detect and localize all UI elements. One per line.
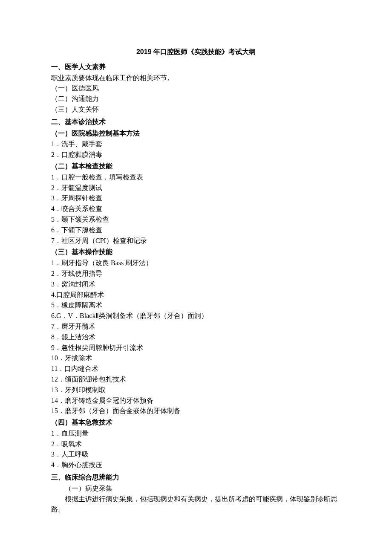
section-2-sub3-item: 15．磨牙邻（牙合）面合金嵌体的牙体制备 — [51, 406, 341, 416]
section-2-sub2-item: 6．下颌下腺检查 — [51, 225, 341, 236]
section-1-item: （二）沟通能力 — [51, 94, 341, 104]
section-2-sub3-item: 9．急性根尖周脓肿切开引流术 — [51, 343, 341, 353]
section-2-sub2-item: 5．颞下颌关系检查 — [51, 214, 341, 225]
section-3-heading: 三、临床综合思辨能力 — [51, 472, 341, 483]
section-1-heading: 一、医学人文素养 — [51, 62, 341, 72]
section-1-item: （三）人文关怀 — [51, 104, 341, 115]
section-1-item: （一）医德医风 — [51, 83, 341, 94]
section-3-sub1-heading: （一）病史采集 — [51, 483, 341, 494]
section-2-sub2-item: 7．社区牙周（CPI）检查和记录 — [51, 236, 341, 246]
section-2-sub2-heading: （二）基本检查技能 — [51, 161, 341, 172]
section-2-sub3-item: 12．颌面部绷带包扎技术 — [51, 374, 341, 385]
section-3-sub1-body: 根据主诉进行病史采集，包括现病史和有关病史，提出所考虑的可能疾病，体现鉴别诊断思… — [51, 494, 341, 515]
document-page: 2019 年口腔医师《实践技能》考试大纲 一、医学人文素养 职业素质要体现在临床… — [0, 0, 392, 555]
section-2-sub4-item: 4．胸外心脏按压 — [51, 460, 341, 471]
section-2-sub3-item: 7．磨牙开髓术 — [51, 321, 341, 332]
section-2-sub3-item: 2．牙线使用指导 — [51, 269, 341, 279]
section-2-sub4-item: 3．人工呼吸 — [51, 449, 341, 460]
section-2-sub3-heading: （三）基本操作技能 — [51, 247, 341, 257]
section-2-sub3-item: 1．刷牙指导（改良 Bass 刷牙法） — [51, 258, 341, 269]
section-2-sub3-item: 8．龈上洁治术 — [51, 332, 341, 343]
section-2-sub3-item: 4.口腔局部麻醉术 — [51, 290, 341, 301]
section-2-sub3-item: 13．牙列印模制取 — [51, 385, 341, 396]
section-2-sub3-item: 5．橡皮障隔离术 — [51, 300, 341, 311]
section-2-heading: 二、基本诊治技术 — [51, 117, 341, 127]
section-2-sub1-item: 2．口腔黏膜消毒 — [51, 150, 341, 160]
section-2-sub2-item: 2．牙髓温度测试 — [51, 183, 341, 194]
section-2-sub4-heading: （四）基本急救技术 — [51, 417, 341, 428]
section-2-sub1-heading: （一）医院感染控制基本方法 — [51, 128, 341, 139]
document-title: 2019 年口腔医师《实践技能》考试大纲 — [51, 47, 341, 58]
section-2-sub3-item: 11．口内缝合术 — [51, 364, 341, 374]
section-2-sub3-item: 10．牙拔除术 — [51, 353, 341, 364]
section-2-sub3-item: 14．磨牙铸造金属全冠的牙体预备 — [51, 396, 341, 406]
section-2-sub3-item: 3．窝沟封闭术 — [51, 279, 341, 290]
section-2-sub2-item: 1．口腔一般检查，填写检查表 — [51, 172, 341, 183]
section-2-sub2-item: 3．牙周探针检查 — [51, 193, 341, 204]
section-1-intro: 职业素质要体现在临床工作的相关环节。 — [51, 73, 341, 84]
section-2-sub2-item: 4．咬合关系检查 — [51, 204, 341, 214]
section-2-sub1-item: 1．洗手、戴手套 — [51, 139, 341, 150]
section-2-sub3-item: 6.G．V．BlackⅡ类洞制备术（磨牙邻（牙合）面洞） — [51, 311, 341, 321]
section-2-sub4-item: 1．血压测量 — [51, 428, 341, 439]
section-2-sub4-item: 2．吸氧术 — [51, 439, 341, 450]
